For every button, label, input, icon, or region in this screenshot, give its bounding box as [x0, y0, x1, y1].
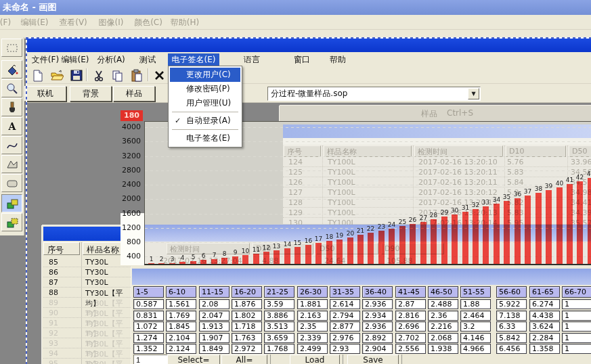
- result-table-row[interactable]: 86TY30L: [43, 267, 131, 277]
- app-menu-6[interactable]: 语言(Language): [223, 53, 280, 66]
- sample-row-separator-ghost: [283, 207, 591, 208]
- result-table-row[interactable]: 88TY30L【平均】: [43, 288, 131, 298]
- fill-tool[interactable]: [1, 60, 22, 78]
- paste-button[interactable]: [129, 68, 145, 83]
- select-button[interactable]: Select=: [167, 355, 220, 364]
- dist-cell: 0.831: [133, 311, 164, 321]
- dist-col-header-56-60: 56-60: [496, 286, 527, 298]
- distribution-panel: 1-50.5870.8311.0721.2741.3526-101.5611.7…: [131, 267, 591, 364]
- dist-cell: 1.938: [428, 344, 458, 354]
- menu-item-修改密码(P)[interactable]: 修改密码(P): [170, 82, 240, 96]
- sample-window-titlebar[interactable]: 样品 Ctrl+S: [280, 106, 591, 121]
- paint-menu-6[interactable]: 帮助(H): [167, 15, 202, 30]
- dist-cell: 1.718: [232, 321, 262, 332]
- chart-bar: [483, 206, 489, 265]
- polygon-tool[interactable]: [1, 155, 22, 173]
- select-tool[interactable]: [1, 39, 22, 57]
- result-row-no: 89: [49, 298, 58, 307]
- menu-item-用户管理(U)[interactable]: 用户管理(U): [170, 96, 240, 110]
- selection-marquee-top[interactable]: [26, 37, 591, 39]
- chevron-down-icon[interactable]: ▼: [468, 88, 479, 99]
- paint-menu-4[interactable]: 图像(I): [93, 15, 129, 30]
- chart-bar-label: 30: [449, 207, 460, 214]
- save-button[interactable]: [68, 68, 85, 83]
- quick-button-背景[interactable]: 背景: [70, 86, 112, 101]
- copy-button[interactable]: [110, 68, 126, 83]
- paint-menu-3[interactable]: 查看(V): [56, 15, 91, 30]
- chart-bar: [200, 260, 206, 265]
- object-tool[interactable]: [1, 213, 22, 231]
- all-button[interactable]: All=: [221, 355, 267, 364]
- save-button[interactable]: Save: [347, 355, 399, 364]
- app-menu-4[interactable]: 测试(M): [133, 53, 162, 66]
- menu-item-自动登录(A)[interactable]: 自动登录(A)✓: [170, 114, 240, 128]
- chart-bar: [347, 237, 353, 265]
- paint-menu-2[interactable]: 编辑(E): [17, 15, 52, 30]
- brush-tool[interactable]: [1, 98, 22, 116]
- magnifier-tool-icon: [5, 82, 19, 95]
- chart-bar: [211, 259, 217, 265]
- chart-bar: [158, 263, 165, 265]
- app-menu-1[interactable]: 文件(F): [31, 53, 60, 66]
- delete-button[interactable]: [152, 68, 168, 83]
- dist-cell: 2.93: [330, 344, 360, 354]
- result-row-no: 94: [49, 349, 58, 358]
- paint-menu-1[interactable]: 文件(F): [0, 15, 15, 30]
- rounded-rect-tool-icon: [5, 177, 19, 190]
- chart-bar-label: 39: [543, 183, 554, 189]
- cut-button[interactable]: [91, 68, 107, 83]
- magnifier-tool[interactable]: [1, 79, 22, 97]
- dist-cell: 2.36: [428, 311, 458, 321]
- curve-tool[interactable]: [1, 136, 22, 154]
- dist-cell: 1.769: [166, 311, 196, 321]
- menu-separator: [172, 129, 238, 130]
- result-row-no: 87: [49, 278, 58, 287]
- sample-row-no-ghost: 129: [288, 208, 303, 217]
- chart-bar: [305, 245, 311, 265]
- sop-combobox[interactable]: 分过程-微量样品.sop ▼: [267, 87, 481, 101]
- load-button[interactable]: Load: [290, 355, 340, 364]
- signature-dropdown-menu: 更改用户(C)修改密码(P)用户管理(U)自动登录(A)✓电子签名(E): [168, 66, 242, 147]
- text-tool[interactable]: A: [1, 117, 22, 135]
- menu-item-更改用户(C)[interactable]: 更改用户(C): [170, 68, 240, 82]
- chart-bar-label: 19: [334, 232, 345, 239]
- chart-bar: [378, 231, 385, 265]
- quick-button-联机[interactable]: 联机: [24, 86, 66, 101]
- object-tool-selected[interactable]: [1, 194, 22, 212]
- menu-item-电子签名(E)[interactable]: 电子签名(E): [170, 131, 240, 145]
- sample-row-time-ghost: 2017-02-16 13:20:11: [418, 168, 498, 177]
- result-table-row: 91TY30L【平均】: [43, 318, 131, 328]
- sample-col-header-ghost: 样品名称: [324, 145, 412, 157]
- chart-bar: [294, 247, 301, 265]
- open-button[interactable]: [49, 68, 65, 83]
- app-toolbar: [27, 67, 591, 84]
- app-menu-5[interactable]: 电子签名(E): [168, 53, 219, 66]
- app-menu-3[interactable]: 分析(A): [97, 53, 125, 66]
- result-table-row[interactable]: 87TY30L: [43, 277, 131, 288]
- rounded-rect-tool[interactable]: [1, 174, 22, 192]
- y-axis-tick-label: 1600: [114, 209, 141, 218]
- chart-bar: [357, 235, 364, 265]
- sample-row-no-ghost: 126: [288, 178, 303, 187]
- dist-cell: 2.976: [330, 333, 360, 343]
- result-row-no: 93: [49, 339, 58, 348]
- button-separator: [270, 355, 271, 364]
- app-menu-7[interactable]: 窗口(W): [288, 53, 316, 66]
- chart-corner-badge: 180: [121, 110, 143, 121]
- new-button[interactable]: [30, 68, 46, 83]
- chart-bar: [410, 224, 416, 265]
- dist-cell: 6.456: [496, 344, 527, 354]
- app-menu-2[interactable]: 编辑(E): [61, 53, 89, 66]
- sample-window-shortcut: Ctrl+S: [447, 108, 473, 118]
- chart-bar-label: 17: [313, 235, 324, 242]
- screenshot-root: 未命名 - 画图 文件(F)编辑(E)查看(V)图像(I)颜色(C)帮助(H) …: [0, 0, 591, 364]
- quick-button-样品[interactable]: 样品: [113, 86, 155, 101]
- result-table-row: 93TY30L【平均】: [43, 338, 131, 348]
- dist-cell: 1.907: [199, 333, 229, 343]
- app-menu-8[interactable]: 帮助(H): [324, 53, 352, 66]
- result-col-header-no[interactable]: 序号: [43, 242, 80, 255]
- paint-menu-5[interactable]: 颜色(C): [131, 15, 166, 30]
- paint-window-title: 未命名 - 画图: [0, 0, 591, 15]
- selection-marquee-left[interactable]: [26, 37, 27, 364]
- brush-tool-icon: [5, 101, 19, 114]
